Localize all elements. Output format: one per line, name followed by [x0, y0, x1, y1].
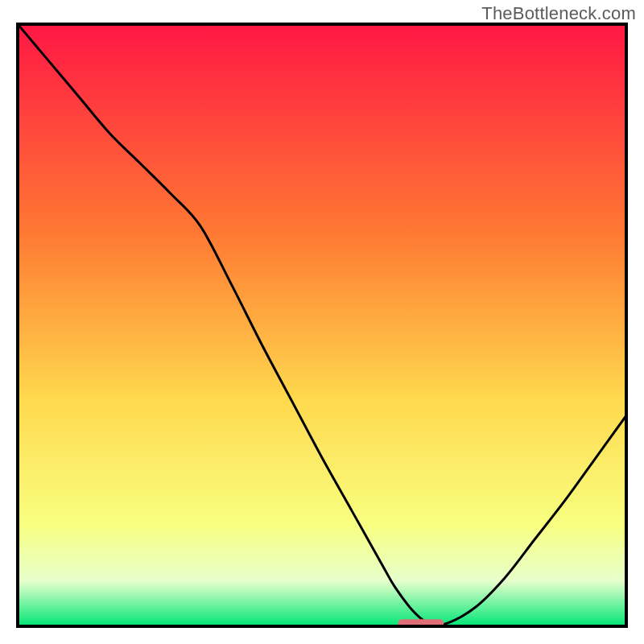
- bottleneck-chart: [0, 0, 644, 644]
- gradient-background: [18, 24, 626, 626]
- chart-container: TheBottleneck.com: [0, 0, 644, 644]
